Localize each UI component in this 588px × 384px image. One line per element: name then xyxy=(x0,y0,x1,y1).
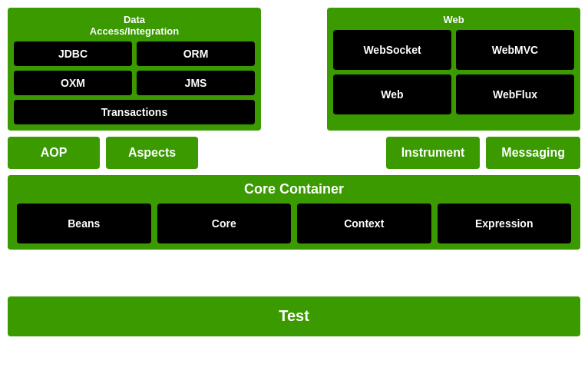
instrument-label: Instrument xyxy=(401,146,465,160)
beans-item: Beans xyxy=(17,204,151,243)
core-item: Core xyxy=(157,204,292,243)
data-access-grid: JDBC ORM OXM JMS Transactions xyxy=(14,41,255,124)
instrument-box: Instrument xyxy=(386,137,481,169)
messaging-box: Messaging xyxy=(486,137,580,169)
expression-item: Expression xyxy=(438,204,572,243)
core-container-grid: Beans Core Context Expression xyxy=(17,204,571,243)
main-container: DataAccess/Integration JDBC ORM OXM JMS … xyxy=(0,0,588,384)
jdbc-item: JDBC xyxy=(14,41,132,66)
web-title: Web xyxy=(333,14,574,25)
web-grid: WebSocket WebMVC Web WebFlux xyxy=(333,30,574,114)
web-box: Web WebSocket WebMVC Web WebFlux xyxy=(327,8,580,131)
core-container-title: Core Container xyxy=(17,181,571,197)
webmvc-item: WebMVC xyxy=(456,30,574,70)
data-access-title: DataAccess/Integration xyxy=(14,14,255,37)
orm-item: ORM xyxy=(137,41,255,66)
webflux-item: WebFlux xyxy=(456,74,574,114)
row3: Core Container Beans Core Context Expres… xyxy=(8,175,580,250)
test-box: Test xyxy=(8,296,580,336)
websocket-item: WebSocket xyxy=(333,30,451,70)
core-container-box: Core Container Beans Core Context Expres… xyxy=(8,175,580,250)
data-access-box: DataAccess/Integration JDBC ORM OXM JMS … xyxy=(8,8,261,131)
aspects-box: Aspects xyxy=(106,137,198,169)
row2-spacer xyxy=(204,137,380,169)
row2: AOP Aspects Instrument Messaging xyxy=(8,137,580,169)
transactions-item: Transactions xyxy=(14,100,255,124)
web-item: Web xyxy=(333,74,451,114)
messaging-label: Messaging xyxy=(501,146,565,160)
aop-box: AOP xyxy=(8,137,100,169)
context-item: Context xyxy=(297,204,431,243)
row1-spacer xyxy=(269,8,319,131)
aspects-label: Aspects xyxy=(128,146,176,160)
oxm-item: OXM xyxy=(14,71,132,95)
row1: DataAccess/Integration JDBC ORM OXM JMS … xyxy=(8,8,580,131)
row4: Test xyxy=(8,256,580,376)
test-title: Test xyxy=(279,307,309,325)
aop-label: AOP xyxy=(41,146,68,160)
jms-item: JMS xyxy=(137,71,255,95)
